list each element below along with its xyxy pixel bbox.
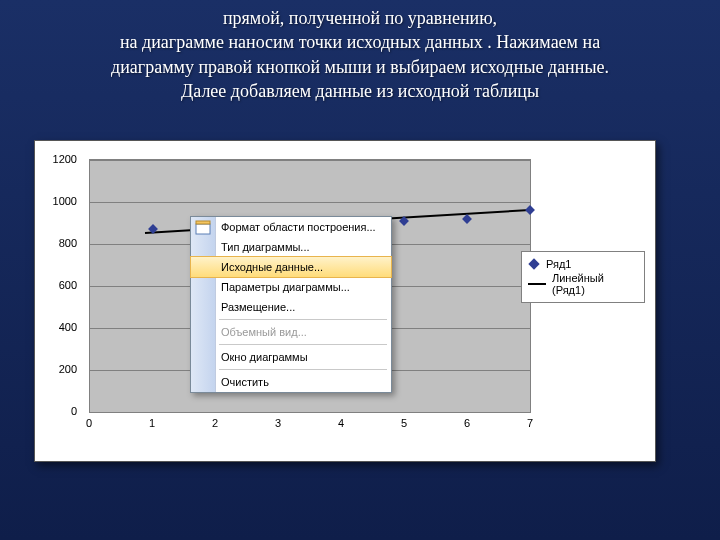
menu-label: Объемный вид... [221,326,307,338]
x-tick-label: 7 [520,417,540,429]
y-tick-label: 0 [35,405,83,417]
y-tick-label: 1000 [35,195,83,207]
caption-line: на диаграмме наносим точки исходных данн… [120,32,600,52]
svg-rect-1 [196,224,210,234]
menu-separator [219,369,387,370]
diamond-marker-icon [528,258,539,269]
y-tick-label: 400 [35,321,83,333]
caption-line: прямой, полученной по уравнению, [223,8,497,28]
y-tick-label: 600 [35,279,83,291]
context-menu: Формат области построения... Тип диаграм… [190,216,392,393]
menu-item-clear[interactable]: Очистить [191,372,391,392]
menu-item-chart-options[interactable]: Параметры диаграммы... [191,277,391,297]
menu-label: Исходные данные... [221,261,323,273]
slide-caption: прямой, полученной по уравнению, на диаг… [0,0,720,103]
menu-item-chart-window[interactable]: Окно диаграммы [191,347,391,367]
menu-label: Формат области построения... [221,221,376,233]
x-tick-label: 4 [331,417,351,429]
menu-item-3d-view: Объемный вид... [191,322,391,342]
x-tick-label: 2 [205,417,225,429]
line-marker-icon [528,283,546,285]
y-tick-label: 1200 [35,153,83,165]
menu-label: Размещение... [221,301,295,313]
chart-legend[interactable]: Ряд1 Линейный (Ряд1) [521,251,645,303]
legend-entry: Ряд1 [528,258,638,270]
x-tick-label: 6 [457,417,477,429]
legend-entry: Линейный (Ряд1) [528,272,638,296]
x-tick-label: 1 [142,417,162,429]
legend-label: Линейный (Ряд1) [552,272,638,296]
menu-item-location[interactable]: Размещение... [191,297,391,317]
plot-area[interactable]: Формат области построения... Тип диаграм… [89,159,531,413]
legend-label: Ряд1 [546,258,571,270]
menu-separator [219,319,387,320]
menu-label: Очистить [221,376,269,388]
y-tick-label: 200 [35,363,83,375]
x-tick-label: 3 [268,417,288,429]
y-tick-label: 800 [35,237,83,249]
caption-line: Далее добавляем данные из исходной табли… [181,81,539,101]
chart-object[interactable]: 0 200 400 600 800 1000 1200 Формат облас… [34,140,656,462]
x-tick-label: 0 [79,417,99,429]
menu-item-source-data[interactable]: Исходные данные... [190,256,392,278]
menu-label: Тип диаграммы... [221,241,310,253]
caption-line: диаграмму правой кнопкой мыши и выбираем… [111,57,609,77]
x-tick-label: 5 [394,417,414,429]
menu-item-chart-type[interactable]: Тип диаграммы... [191,237,391,257]
svg-rect-2 [196,221,210,224]
menu-separator [219,344,387,345]
menu-label: Окно диаграммы [221,351,308,363]
format-area-icon [195,220,211,236]
menu-item-format-plot-area[interactable]: Формат области построения... [191,217,391,237]
menu-label: Параметры диаграммы... [221,281,350,293]
